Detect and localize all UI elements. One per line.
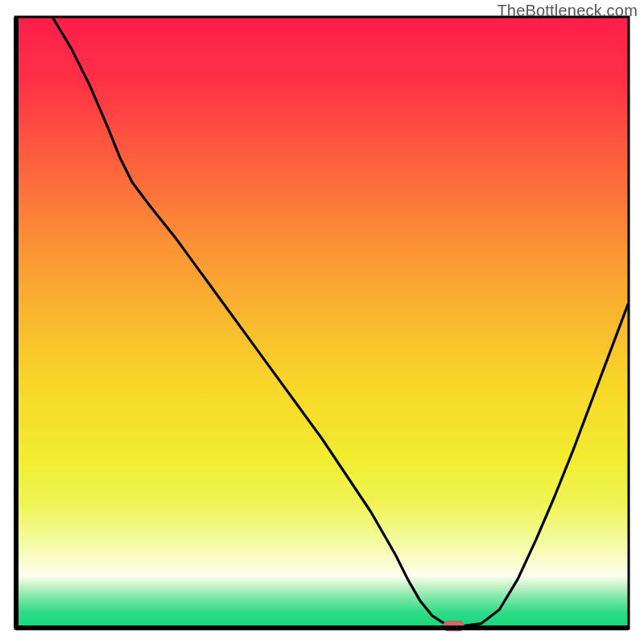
chart-canvas <box>0 0 644 644</box>
attribution-label: TheBottleneck.com <box>497 2 638 20</box>
bottleneck-chart: TheBottleneck.com <box>0 0 644 644</box>
